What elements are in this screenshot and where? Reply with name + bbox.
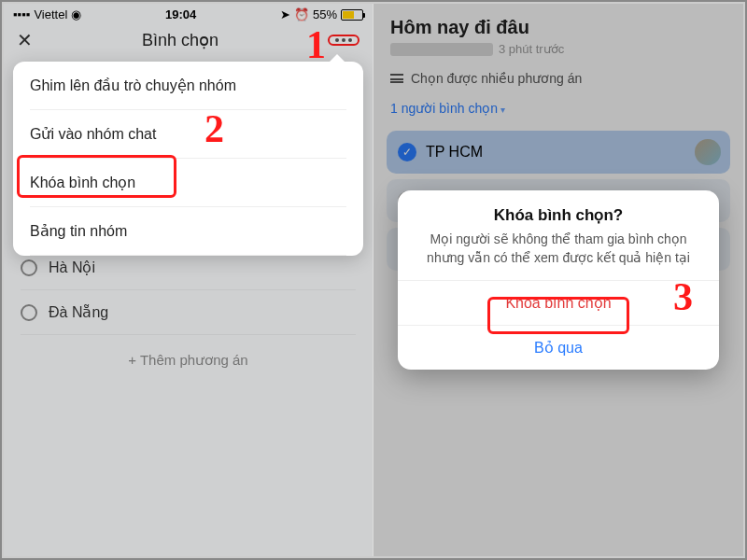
popover-board[interactable]: Bảng tin nhóm — [30, 207, 346, 256]
signal-icon: ▪▪▪▪ — [13, 7, 30, 21]
dialog-cancel-button[interactable]: Bỏ qua — [398, 325, 719, 370]
option-label: Đà Nẵng — [49, 303, 108, 321]
clock-label: 19:04 — [165, 7, 196, 21]
annotation-2: 2 — [204, 106, 224, 151]
close-icon[interactable]: ✕ — [17, 29, 33, 51]
dialog-confirm-button[interactable]: Khóa bình chọn — [398, 280, 719, 325]
annotation-1: 1 — [306, 22, 326, 67]
add-option-button[interactable]: + Thêm phương án — [4, 335, 373, 385]
popover-send[interactable]: Gửi vào nhóm chat — [30, 110, 346, 159]
locate-icon: ➤ — [280, 7, 290, 21]
page-title: Bình chọn — [142, 30, 218, 50]
more-options-button[interactable] — [328, 35, 359, 46]
popover-pin[interactable]: Ghim lên đầu trò chuyện nhóm — [30, 62, 346, 110]
radio-icon — [21, 259, 37, 276]
left-panel: ▪▪▪▪ Viettel ◉ 19:04 ➤ ⏰ 55% ✕ Bình chọn — [4, 4, 374, 556]
more-popover: Ghim lên đầu trò chuyện nhóm Gửi vào nhó… — [13, 62, 363, 256]
wifi-icon: ◉ — [71, 7, 81, 21]
lock-poll-dialog: Khóa bình chọn? Mọi người sẽ không thể t… — [398, 190, 719, 370]
option-label: Hà Nội — [49, 259, 95, 276]
dialog-title: Khóa bình chọn? — [398, 205, 719, 231]
annotation-3: 3 — [673, 274, 693, 319]
tutorial-frame: ▪▪▪▪ Viettel ◉ 19:04 ➤ ⏰ 55% ✕ Bình chọn — [2, 2, 745, 558]
radio-icon — [21, 304, 37, 321]
carrier-label: Viettel — [34, 7, 67, 21]
poll-option-danang[interactable]: Đà Nẵng — [21, 290, 356, 335]
popover-lock[interactable]: Khóa bình chọn — [30, 159, 346, 207]
right-panel: Hôm nay đi đâu 3 phút trước Chọn được nh… — [374, 4, 743, 556]
battery-icon — [341, 9, 363, 21]
alarm-icon: ⏰ — [294, 7, 309, 21]
battery-pct: 55% — [313, 7, 337, 21]
dialog-body: Mọi người sẽ không thể tham gia bình chọ… — [398, 231, 719, 280]
status-bar: ▪▪▪▪ Viettel ◉ 19:04 ➤ ⏰ 55% — [4, 4, 373, 21]
poll-option-list: Hà Nội Đà Nẵng — [4, 245, 373, 335]
